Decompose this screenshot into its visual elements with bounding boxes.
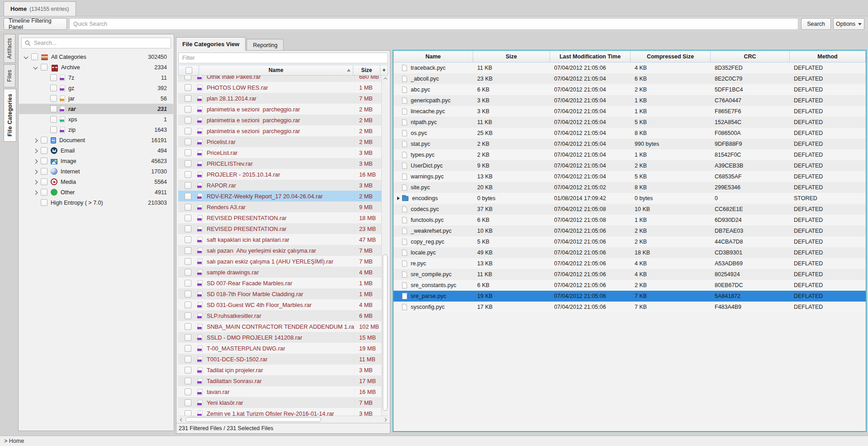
- column-header-crc[interactable]: CRC: [711, 51, 790, 62]
- file-row[interactable]: RAPOR.rar3 MB: [178, 180, 381, 191]
- file-row-checkbox[interactable]: [185, 258, 191, 265]
- archive-entry-row[interactable]: re.pyc13 KB07/04/2012 21:05:064 KBA53ADB…: [394, 258, 866, 269]
- chevron-right-icon[interactable]: [33, 138, 38, 143]
- file-row[interactable]: Tadilattan Sonrası.rar17 MB: [178, 375, 381, 386]
- tree-item-rar[interactable]: rar231: [19, 104, 173, 114]
- archive-entry-row[interactable]: ntpath.pyc11 KB07/04/2012 21:05:045 KB15…: [394, 117, 866, 128]
- archive-entry-row[interactable]: codecs.pyc37 KB07/04/2012 21:05:0810 KBC…: [394, 204, 866, 215]
- tree-item-checkbox[interactable]: [50, 85, 57, 91]
- file-row-checkbox[interactable]: [185, 182, 191, 189]
- file-row[interactable]: planimetria e sezioni parcheggio.rar2 MB: [178, 104, 381, 115]
- file-row-checkbox[interactable]: [185, 128, 191, 134]
- chevron-right-icon[interactable]: [33, 158, 38, 164]
- archive-entry-row[interactable]: UserDict.pyc9 KB07/04/2012 21:05:042 KBA…: [394, 160, 866, 171]
- file-row[interactable]: planimetria e sezioni parcheggio.rar2 MB: [178, 125, 381, 136]
- file-row[interactable]: T001-DCE-SD-1502.rar11 MB: [178, 354, 381, 364]
- file-row-checkbox[interactable]: [185, 356, 191, 363]
- column-header-size[interactable]: Size: [473, 51, 550, 62]
- archive-entry-row[interactable]: site.pyc20 KB07/04/2012 21:05:028 KB299E…: [394, 182, 866, 193]
- file-row[interactable]: planimetria e sezioni parcheggio.rar2 MB: [178, 115, 381, 125]
- tree-item-7z[interactable]: 7z11: [19, 72, 173, 83]
- search-button[interactable]: Search: [801, 18, 831, 30]
- file-row-checkbox[interactable]: [185, 302, 191, 308]
- chevron-right-icon[interactable]: [33, 148, 38, 153]
- scroll-left-icon[interactable]: [179, 417, 183, 422]
- vertical-scrollbar[interactable]: [381, 76, 388, 419]
- home-tab[interactable]: Home (134155 entries): [4, 1, 76, 16]
- file-row[interactable]: salı pazarı Ahu yerleşimi eskiz çalışma.…: [178, 245, 381, 256]
- file-row-checkbox[interactable]: [185, 280, 191, 287]
- file-row-checkbox[interactable]: [185, 323, 191, 330]
- chevron-right-icon[interactable]: [33, 190, 38, 195]
- vertical-scrollbar-thumb[interactable]: [383, 254, 388, 411]
- file-row[interactable]: SLP.ruhsatkesitler.rar6 MB: [178, 310, 381, 321]
- file-row[interactable]: Pricelist.rar2 MB: [178, 136, 381, 147]
- file-row[interactable]: Renders A3.rar9 MB: [178, 201, 381, 212]
- file-row-checkbox[interactable]: [185, 399, 191, 406]
- chevron-down-icon[interactable]: [24, 54, 29, 60]
- file-row-checkbox[interactable]: [185, 345, 191, 352]
- archive-contents-panel[interactable]: NameSizeLast Modification TimeCompressed…: [393, 50, 867, 432]
- file-row-checkbox[interactable]: [185, 76, 191, 80]
- tree-item-checkbox[interactable]: [50, 95, 57, 102]
- tree-item-media[interactable]: Media5564: [19, 177, 173, 187]
- file-row-checkbox[interactable]: [185, 106, 191, 113]
- tree-item-checkbox[interactable]: [41, 178, 47, 185]
- file-row[interactable]: T-00_MASTERPLAN DWG.rar19 MB: [178, 343, 381, 354]
- file-row-checkbox[interactable]: [185, 378, 191, 384]
- tree-item-checkbox[interactable]: [31, 53, 38, 60]
- file-row[interactable]: salı pazarı eskiz çalışma 1 (AHU YERLEŞİ…: [178, 256, 381, 267]
- file-row-checkbox[interactable]: [185, 204, 191, 211]
- tree-item-internet[interactable]: Internet17030: [19, 166, 173, 177]
- tree-item-checkbox[interactable]: [50, 74, 57, 81]
- tree-search-box[interactable]: [21, 38, 171, 48]
- archive-entry-row[interactable]: copy_reg.pyc5 KB07/04/2012 21:05:062 KB4…: [394, 236, 866, 247]
- file-row[interactable]: Tadilat için projeler.rar3 MB: [178, 364, 381, 375]
- quick-search-input[interactable]: [69, 18, 798, 30]
- file-row[interactable]: PRICELISTrev.rar3 MB: [178, 158, 381, 169]
- add-column-button[interactable]: +: [380, 65, 388, 75]
- name-column-header[interactable]: Name: [199, 65, 353, 75]
- chevron-right-icon[interactable]: [33, 179, 38, 185]
- file-row-checkbox[interactable]: [185, 149, 191, 156]
- tab-file-categories-view[interactable]: File Categories View: [176, 37, 246, 51]
- file-row-checkbox[interactable]: [185, 215, 191, 221]
- side-tab-file-categories[interactable]: File Categories: [4, 89, 16, 142]
- column-header-compressed-size[interactable]: Compressed Size: [631, 51, 711, 62]
- file-row[interactable]: plan 28.11.2014.rar7 MB: [178, 93, 381, 104]
- tree-item-xps[interactable]: xps1: [19, 114, 173, 125]
- tree-item-document[interactable]: Document16191: [19, 135, 173, 145]
- select-all-checkbox[interactable]: [185, 67, 192, 74]
- file-row-checkbox[interactable]: [185, 95, 191, 102]
- column-header-method[interactable]: Method: [790, 51, 866, 62]
- tree-item-checkbox[interactable]: [41, 189, 47, 196]
- archive-entry-row[interactable]: _weakrefset.pyc10 KB07/04/2012 21:05:062…: [394, 225, 866, 236]
- file-row-checkbox[interactable]: [185, 193, 191, 200]
- archive-entry-row[interactable]: os.pyc25 KB07/04/2012 21:05:048 KBF08650…: [394, 128, 866, 139]
- archive-entry-row[interactable]: sysconfig.pyc17 KB07/04/2012 21:05:067 K…: [394, 302, 866, 312]
- file-row[interactable]: sample drawings.rar4 MB: [178, 267, 381, 278]
- tree-item-checkbox[interactable]: [41, 64, 47, 71]
- tree-item-checkbox[interactable]: [41, 158, 47, 164]
- size-column-header[interactable]: Size: [353, 65, 380, 75]
- tree-item-checkbox[interactable]: [41, 147, 47, 154]
- file-row[interactable]: SD 007-Rear Facade Marbles.rar1 MB: [178, 278, 381, 288]
- file-row-checkbox[interactable]: [185, 84, 191, 91]
- column-header-last-modification-time[interactable]: Last Modification Time: [550, 51, 631, 62]
- tree-item-image[interactable]: Image45623: [19, 156, 173, 166]
- file-row[interactable]: REVISED PRESENTATION.rar23 MB: [178, 223, 381, 234]
- tree-item-other[interactable]: Other4911: [19, 187, 173, 197]
- file-row[interactable]: PROJELER - 2015.10.14.rar16 MB: [178, 169, 381, 180]
- archive-entry-row[interactable]: _abcoll.pyc23 KB07/04/2012 21:05:046 KB8…: [394, 73, 866, 84]
- archive-entry-row[interactable]: traceback.pyc11 KB07/04/2012 21:05:064 K…: [394, 62, 866, 73]
- file-row[interactable]: saft kapaklari icin kat planlari.rar47 M…: [178, 234, 381, 245]
- archive-entry-row[interactable]: abc.pyc6 KB07/04/2012 21:05:042 KB5DFF1B…: [394, 84, 866, 95]
- tree-search-input[interactable]: [34, 40, 167, 46]
- archive-entry-row[interactable]: encodings0 bytes01/08/2014 17:09:420 byt…: [394, 193, 866, 204]
- options-button[interactable]: Options: [833, 18, 864, 30]
- file-row[interactable]: REVISED PRESENTATION.rar18 MB: [178, 212, 381, 223]
- file-row-checkbox[interactable]: [185, 388, 191, 395]
- tree-item-checkbox[interactable]: [41, 199, 47, 206]
- file-row-checkbox[interactable]: [185, 225, 191, 232]
- file-row-checkbox[interactable]: [185, 312, 191, 319]
